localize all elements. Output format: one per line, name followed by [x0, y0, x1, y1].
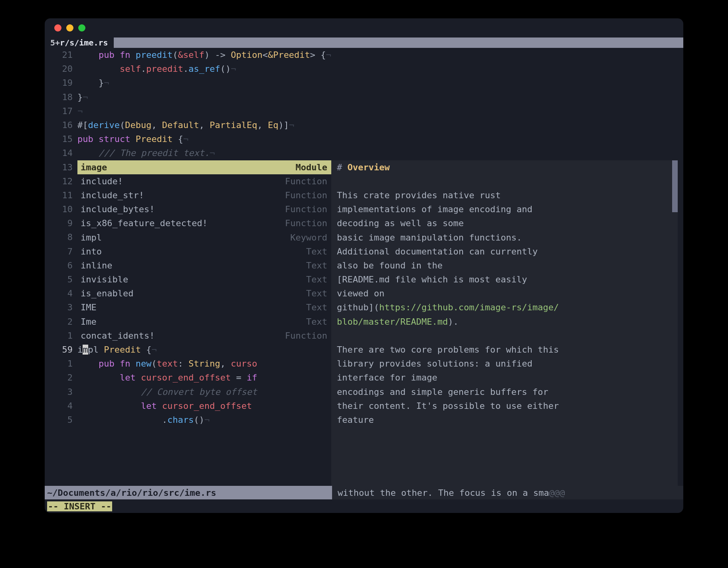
terminal-window: 5+ r/s/ime.rs 21 pub fn preedit(&self) -…: [45, 18, 683, 513]
completion-item[interactable]: inlineText: [77, 258, 331, 272]
close-icon[interactable]: [54, 24, 61, 32]
line-number: 5: [45, 272, 77, 286]
code-line[interactable]: impl Preedit {¬: [77, 343, 331, 357]
doc-line: their content. It's possible to use eith…: [337, 399, 672, 413]
line-number: 19: [45, 76, 77, 90]
line-number: 1: [45, 357, 77, 371]
doc-line: library provides solutions: a unified: [337, 357, 672, 371]
line-number: 20: [45, 62, 77, 76]
line-number: 18: [45, 90, 77, 104]
completion-item[interactable]: imageModule: [77, 160, 331, 174]
doc-line: There are two core problems for which th…: [337, 343, 672, 357]
doc-line: Additional documentation can currently: [337, 245, 672, 258]
doc-line: This crate provides native rust: [337, 188, 672, 202]
line-number: 12: [45, 174, 77, 188]
statusbar: ~/Documents/a/rio/rio/src/ime.rs without…: [45, 486, 683, 499]
line-number: 3: [45, 300, 77, 314]
tab-file[interactable]: 5+ r/s/ime.rs: [45, 37, 114, 48]
code-line[interactable]: 20 self.preedit.as_ref()¬: [45, 62, 683, 76]
line-number: 5: [45, 413, 77, 427]
doc-heading: # Overview: [337, 160, 672, 174]
completion-item[interactable]: ImeText: [77, 315, 331, 329]
status-path: ~/Documents/a/rio/rio/src/ime.rs: [47, 488, 216, 498]
completion-item[interactable]: include_str!Function: [77, 188, 331, 202]
line-number: 17: [45, 104, 77, 118]
line-number: 4: [45, 399, 77, 413]
line-number: 14: [45, 146, 77, 160]
doc-line: implementations of image encoding and: [337, 202, 672, 216]
code-line[interactable]: 17¬: [45, 104, 683, 118]
line-number: 21: [45, 48, 77, 62]
line-number: 3: [45, 385, 77, 399]
code-line[interactable]: 16#[derive(Debug, Default, PartialEq, Eq…: [45, 118, 683, 132]
completion-item[interactable]: invisibleText: [77, 272, 331, 286]
maximize-icon[interactable]: [78, 24, 85, 32]
doc-line: viewed on: [337, 286, 672, 300]
line-number: 2: [45, 315, 77, 329]
doc-line: blob/master/README.md).: [337, 315, 672, 329]
line-number: 10: [45, 202, 77, 216]
line-number: 7: [45, 245, 77, 258]
doc-link[interactable]: https://github.com/image-rs/image/: [379, 302, 559, 312]
code-line[interactable]: 19 }¬: [45, 76, 683, 90]
tab-prefix: 5+: [50, 38, 60, 47]
line-number: 1: [45, 329, 77, 343]
doc-line: github](https://github.com/image-rs/imag…: [337, 300, 672, 314]
doc-line: [337, 174, 672, 188]
line-number: 4: [45, 286, 77, 300]
completion-popup[interactable]: imageModuleinclude!Functioninclude_str!F…: [77, 160, 331, 486]
code-line[interactable]: let cursor_end_offset: [77, 399, 331, 413]
code-line[interactable]: 18}¬: [45, 90, 683, 104]
completion-item[interactable]: is_x86_feature_detected!Function: [77, 216, 331, 230]
scrollbar[interactable]: [672, 160, 678, 212]
code-line[interactable]: pub fn new(text: String, curso: [77, 357, 331, 371]
line-number: 16: [45, 118, 77, 132]
code-line[interactable]: // Convert byte offset: [77, 385, 331, 399]
popup-area: imageModuleinclude!Functioninclude_str!F…: [77, 160, 678, 486]
code-line[interactable]: 14 /// The preedit text.¬: [45, 146, 683, 160]
doc-line: decoding as well as some: [337, 216, 672, 230]
doc-link[interactable]: blob/master/README.md: [337, 317, 448, 327]
doc-line: feature: [337, 413, 672, 427]
completion-item[interactable]: concat_idents!Function: [77, 329, 331, 343]
documentation-panel[interactable]: # Overview This crate provides native ru…: [331, 160, 678, 486]
doc-line: [337, 329, 672, 343]
line-number: 15: [45, 132, 77, 146]
minimize-icon[interactable]: [66, 24, 73, 32]
line-number: 59: [45, 343, 77, 357]
doc-line: interface for image: [337, 371, 672, 385]
modeline: -- INSERT --: [45, 499, 683, 513]
doc-line: basic image manipulation functions.: [337, 231, 672, 245]
line-number: 6: [45, 258, 77, 272]
code-line[interactable]: .chars()¬: [77, 413, 331, 427]
doc-line: [README.md file which is most easily: [337, 272, 672, 286]
completion-item[interactable]: IMEText: [77, 300, 331, 314]
line-number: 11: [45, 188, 77, 202]
completion-item[interactable]: is_enabledText: [77, 286, 331, 300]
code-line[interactable]: 21 pub fn preedit(&self) -> Option<&Pree…: [45, 48, 683, 62]
completion-item[interactable]: intoText: [77, 245, 331, 258]
tabbar: 5+ r/s/ime.rs: [45, 37, 683, 48]
status-doc-overflow: without the other. The focus is on a sma…: [332, 486, 683, 499]
line-number: 9: [45, 216, 77, 230]
doc-line: also be found in the: [337, 258, 672, 272]
line-number: 8: [45, 230, 77, 244]
completion-item[interactable]: implKeyword: [77, 231, 331, 245]
code-line[interactable]: let cursor_end_offset = if: [77, 371, 331, 385]
titlebar: [45, 18, 683, 37]
completion-item[interactable]: include_bytes!Function: [77, 202, 331, 216]
vim-mode: -- INSERT --: [47, 501, 112, 511]
editor[interactable]: 21 pub fn preedit(&self) -> Option<&Pree…: [45, 48, 683, 486]
line-number: 2: [45, 371, 77, 385]
cursor: m: [83, 345, 88, 355]
doc-line: encodings and simple generic buffers for: [337, 385, 672, 399]
code-line[interactable]: 15pub struct Preedit {¬: [45, 132, 683, 146]
tab-path: r/s/ime.rs: [60, 38, 108, 47]
completion-item[interactable]: include!Function: [77, 174, 331, 188]
line-number: 13: [45, 160, 77, 174]
